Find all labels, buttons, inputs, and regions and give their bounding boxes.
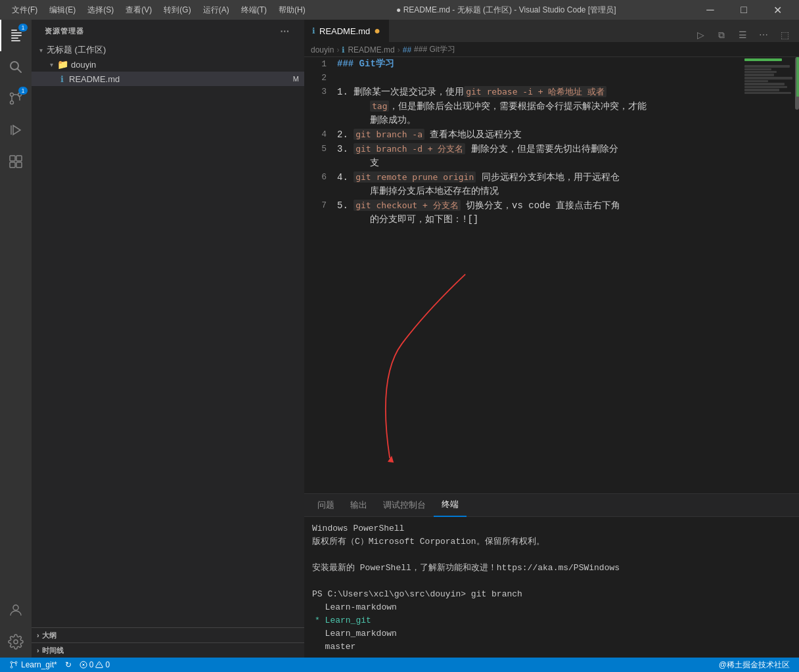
menu-goto[interactable]: 转到(G) (158, 3, 196, 17)
line-number-5: 5 (304, 142, 337, 156)
svg-line-6 (18, 69, 22, 73)
branch-icon (9, 660, 18, 669)
timeline-panel: › 时间线 (32, 642, 304, 658)
line-content-4: 2. git branch -a 查看本地以及远程分支 (337, 127, 743, 142)
svg-rect-2 (11, 35, 22, 36)
minimap-line (744, 83, 785, 85)
new-file-icon[interactable]: ⋯ (279, 25, 291, 38)
status-sync[interactable]: ↻ (61, 658, 76, 672)
status-branch[interactable]: Learn_git* (5, 658, 61, 672)
outline-header[interactable]: › 大纲 (32, 628, 304, 642)
terminal-branch-learn-git: * Learn_git (312, 614, 791, 627)
svg-rect-13 (16, 156, 22, 161)
minimap-line (744, 65, 790, 68)
tab-debug-console[interactable]: 调试控制台 (375, 494, 434, 517)
titlebar-menu[interactable]: 文件(F) 编辑(E) 选择(S) 查看(V) 转到(G) 运行(A) 终端(T… (7, 3, 311, 17)
breadcrumb-file-icon: ℹ (342, 45, 345, 55)
minimap-line (744, 74, 774, 76)
terminal-tabs: 问题 输出 调试控制台 终端 (304, 494, 799, 517)
file-readme[interactable]: ℹ README.md M (32, 72, 304, 86)
tab-file-icon: ℹ (312, 26, 315, 35)
minimize-button[interactable]: ─ (695, 0, 725, 20)
terminal-content[interactable]: Windows PowerShell 版权所有（C）Microsoft Corp… (304, 517, 799, 658)
terminal-cmd-line: PS C:\Users\xcl\go\src\douyin> git branc… (312, 588, 791, 601)
line-number-7: 7 (304, 198, 337, 212)
svg-point-16 (13, 605, 18, 610)
editor-content[interactable]: 1 ### Git学习 2 3 1. 删除某一次提交记录，使用git rebas… (304, 57, 743, 493)
window-title: ● README.md - 无标题 (工作区) - Visual Studio … (317, 5, 695, 16)
error-icon (80, 661, 87, 669)
file-tree: ▾ 无标题 (工作区) ▾ 📁 douyin ℹ README.md M (32, 43, 304, 627)
sidebar-actions[interactable]: ⋯ (279, 25, 291, 38)
split-editor-button[interactable]: ⧉ (712, 28, 731, 42)
line-content-3: 1. 删除某一次提交记录，使用git rebase -i + 哈希地址 或者 t… (337, 85, 743, 127)
line-number-4: 4 (304, 127, 337, 141)
breadcrumb-heading[interactable]: ### Git学习 (414, 44, 455, 55)
more-actions-button[interactable]: ⋯ (754, 28, 773, 42)
terminal-blank-1 (312, 549, 791, 562)
menu-file[interactable]: 文件(F) (7, 3, 43, 17)
editor-line-7: 7 5. git checkout + 分支名 切换分支，vs code 直接点… (304, 198, 743, 227)
workspace-item[interactable]: ▾ 无标题 (工作区) (32, 43, 304, 57)
folder-label: douyin (71, 60, 96, 70)
svg-marker-10 (13, 125, 20, 135)
breadcrumb-folder[interactable]: douyin (311, 45, 334, 55)
editor-line-4: 4 2. git branch -a 查看本地以及远程分支 (304, 127, 743, 142)
activity-extensions[interactable] (0, 146, 32, 177)
close-button[interactable]: ✕ (762, 0, 792, 20)
svg-rect-0 (11, 30, 17, 31)
app-body: 1 1 (0, 20, 799, 658)
minimap-line (744, 80, 768, 82)
svg-rect-14 (10, 162, 15, 168)
status-bar: Learn_git* ↻ 0 0 @稀土掘金技术社区 (0, 658, 799, 672)
minimap-line (744, 68, 771, 70)
menu-terminal[interactable]: 终端(T) (236, 3, 272, 17)
breadcrumb-file[interactable]: README.md (348, 45, 394, 55)
folder-arrow: ▾ (50, 61, 53, 68)
maximize-button[interactable]: □ (729, 0, 759, 20)
activity-explorer[interactable]: 1 (0, 20, 32, 51)
tab-terminal[interactable]: 终端 (434, 494, 467, 517)
status-errors[interactable]: 0 0 (76, 658, 114, 672)
explorer-badge: 1 (18, 24, 28, 32)
line-content-6: 4. git remote prune origin 同步远程分支到本地，用于远… (337, 170, 743, 198)
menu-edit[interactable]: 编辑(E) (44, 3, 81, 17)
view-mode-button[interactable]: ☰ (733, 28, 752, 42)
tab-problems[interactable]: 问题 (309, 494, 342, 517)
menu-select[interactable]: 选择(S) (82, 3, 119, 17)
line-content-5: 3. git branch -d + 分支名 删除分支，但是需要先切出待删除分 … (337, 142, 743, 170)
activity-settings[interactable] (0, 626, 32, 658)
svg-point-17 (14, 640, 18, 644)
menu-help[interactable]: 帮助(H) (273, 3, 311, 17)
activity-run[interactable] (0, 114, 32, 146)
watermark-text: @稀土掘金技术社区 (719, 660, 790, 671)
window-controls[interactable]: ─ □ ✕ (695, 0, 792, 20)
terminal-branch-master: master (312, 640, 791, 654)
error-count: 0 (89, 660, 94, 669)
folder-douyin[interactable]: ▾ 📁 douyin (32, 57, 304, 72)
layout-button[interactable]: ⬚ (775, 28, 794, 42)
terminal-command: git branch (471, 589, 522, 599)
svg-point-8 (11, 93, 14, 97)
activity-bar: 1 1 (0, 20, 32, 658)
activity-account[interactable] (0, 594, 32, 626)
terminal-blank-2 (312, 575, 791, 588)
minimap-line (744, 71, 777, 73)
breadcrumb-sep1: › (336, 45, 339, 55)
tab-output[interactable]: 输出 (342, 494, 375, 517)
activity-search[interactable] (0, 51, 32, 83)
activity-bottom (0, 594, 32, 658)
tab-actions: ▷ ⧉ ☰ ⋯ ⬚ (686, 28, 799, 42)
timeline-header[interactable]: › 时间线 (32, 643, 304, 658)
file-label: README.md (69, 74, 120, 84)
menu-run[interactable]: 运行(A) (198, 3, 235, 17)
tab-readme[interactable]: ℹ README.md ● (304, 20, 389, 42)
status-watermark: @稀土掘金技术社区 (715, 658, 794, 672)
minimap (743, 57, 799, 493)
editor-area: 1 ### Git学习 2 3 1. 删除某一次提交记录，使用git rebas… (304, 57, 799, 493)
line-number-1: 1 (304, 57, 337, 71)
breadcrumb-heading-icon: ## (403, 45, 411, 55)
activity-source-control[interactable]: 1 (0, 83, 32, 114)
menu-view[interactable]: 查看(V) (120, 3, 157, 17)
run-button[interactable]: ▷ (691, 28, 710, 42)
